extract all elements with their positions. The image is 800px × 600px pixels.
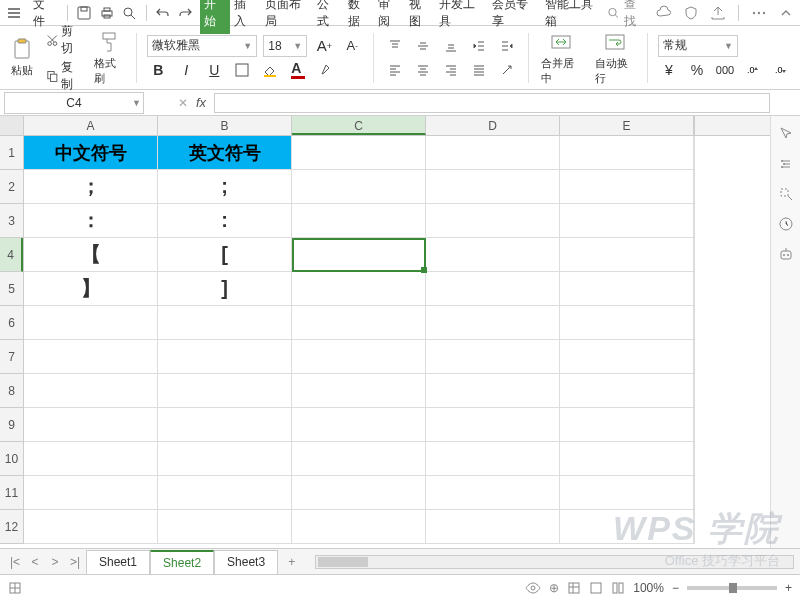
add-sheet-button[interactable]: + [280,551,303,573]
shield-icon[interactable] [683,4,700,22]
column-header-C[interactable]: C [292,116,426,135]
cloud-icon[interactable] [656,4,673,22]
align-top-icon[interactable] [384,35,406,57]
row-header-11[interactable]: 11 [0,476,23,510]
fx-icon[interactable]: fx [196,95,206,110]
cell-D3[interactable] [426,204,560,238]
tab-developer[interactable]: 开发工具 [435,0,488,34]
undo-icon[interactable] [154,4,171,22]
sheet-tab-sheet3[interactable]: Sheet3 [214,550,278,574]
auto-wrap-button[interactable]: 自动换行 [593,28,637,88]
font-name-select[interactable]: 微软雅黑 ▼ [147,35,257,57]
row-header-5[interactable]: 5 [0,272,23,306]
orientation-icon[interactable] [496,59,518,81]
column-header-D[interactable]: D [426,116,560,135]
format-painter-button[interactable]: 格式刷 [92,28,126,88]
cell-E8[interactable] [560,374,694,408]
cell-C4[interactable] [292,238,426,272]
cell-E6[interactable] [560,306,694,340]
indent-decrease-icon[interactable] [468,35,490,57]
cell-A7[interactable] [24,340,158,374]
cell-D4[interactable] [426,238,560,272]
cell-C11[interactable] [292,476,426,510]
cell-A9[interactable] [24,408,158,442]
copy-button[interactable]: 复制 [46,59,82,93]
cells[interactable]: 中文符号英文符号；;：:【[】] [24,136,695,544]
horizontal-scrollbar[interactable] [315,555,794,569]
more-icon[interactable] [751,4,768,22]
cursor-icon[interactable] [778,126,794,142]
row-header-2[interactable]: 2 [0,170,23,204]
cell-C9[interactable] [292,408,426,442]
cell-C7[interactable] [292,340,426,374]
increase-font-icon[interactable]: A+ [313,35,335,57]
cell-E9[interactable] [560,408,694,442]
cell-E11[interactable] [560,476,694,510]
tab-member[interactable]: 会员专享 [488,0,541,34]
settings-icon[interactable] [778,156,794,172]
cell-A10[interactable] [24,442,158,476]
tab-review[interactable]: 审阅 [374,0,404,34]
cell-D11[interactable] [426,476,560,510]
zoom-slider[interactable] [687,586,777,590]
column-header-A[interactable]: A [24,116,158,135]
cell-A4[interactable]: 【 [24,238,158,272]
cell-E3[interactable] [560,204,694,238]
cell-A2[interactable]: ； [24,170,158,204]
zoom-thumb[interactable] [729,583,737,593]
cell-B4[interactable]: [ [158,238,292,272]
border-button[interactable] [231,59,253,81]
tab-insert[interactable]: 插入 [230,0,260,34]
decrease-font-icon[interactable]: A- [341,35,363,57]
collapse-icon[interactable] [777,4,794,22]
cell-B10[interactable] [158,442,292,476]
cell-E12[interactable] [560,510,694,544]
sheet-tab-sheet1[interactable]: Sheet1 [86,550,150,574]
cell-A12[interactable] [24,510,158,544]
eye-icon[interactable] [525,581,541,595]
search-box[interactable]: 查找 [607,0,646,30]
clock-icon[interactable] [778,216,794,232]
align-middle-icon[interactable] [412,35,434,57]
cell-B3[interactable]: : [158,204,292,238]
comma-icon[interactable]: 000 [714,59,736,81]
tab-data[interactable]: 数据 [344,0,374,34]
status-mode-icon[interactable] [8,581,22,595]
cell-E5[interactable] [560,272,694,306]
cell-C6[interactable] [292,306,426,340]
tab-nav-prev[interactable]: < [26,555,44,569]
cell-E10[interactable] [560,442,694,476]
zoom-out-button[interactable]: − [672,581,679,595]
increase-decimal-icon[interactable]: .0 [742,59,764,81]
row-header-1[interactable]: 1 [0,136,23,170]
name-box[interactable]: C4 ▼ [4,92,144,114]
percent-icon[interactable]: % [686,59,708,81]
preview-icon[interactable] [121,4,138,22]
indent-increase-icon[interactable] [496,35,518,57]
font-size-select[interactable]: 18 ▼ [263,35,307,57]
row-header-3[interactable]: 3 [0,204,23,238]
merge-center-button[interactable]: 合并居中 [539,28,583,88]
cell-D12[interactable] [426,510,560,544]
grid[interactable]: ABCDE 123456789101112 中文符号英文符号；;：:【[】] [0,116,770,548]
tab-nav-last[interactable]: >| [66,555,84,569]
hamburger-icon[interactable] [6,4,23,22]
row-header-9[interactable]: 9 [0,408,23,442]
view-normal-icon[interactable] [567,581,581,595]
cell-B11[interactable] [158,476,292,510]
cell-D9[interactable] [426,408,560,442]
cell-C10[interactable] [292,442,426,476]
robot-icon[interactable] [778,246,794,262]
decrease-decimal-icon[interactable]: .0 [770,59,792,81]
cell-A8[interactable] [24,374,158,408]
select-icon[interactable] [778,186,794,202]
cell-B12[interactable] [158,510,292,544]
highlight-button[interactable] [315,59,337,81]
cell-C3[interactable] [292,204,426,238]
number-format-select[interactable]: 常规 ▼ [658,35,738,57]
cell-B9[interactable] [158,408,292,442]
oplus-icon[interactable]: ⊕ [549,581,559,595]
row-header-6[interactable]: 6 [0,306,23,340]
zoom-value[interactable]: 100% [633,581,664,595]
zoom-in-button[interactable]: + [785,581,792,595]
